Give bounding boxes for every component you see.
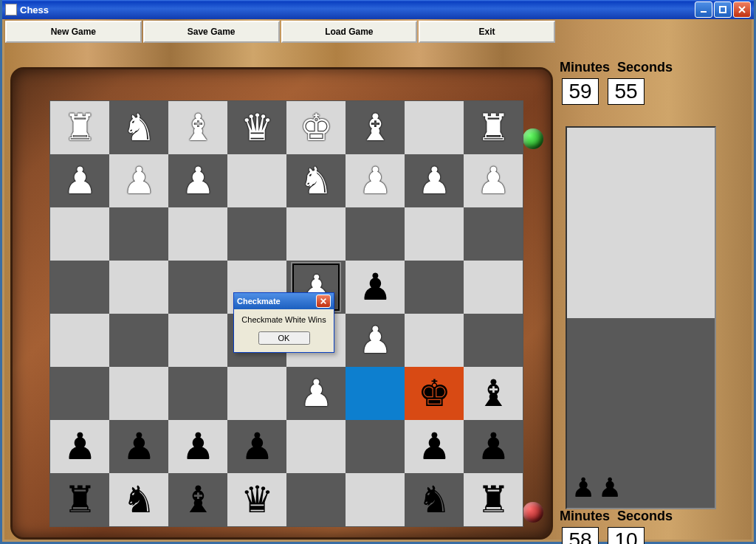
- square-a2[interactable]: ♟: [50, 420, 109, 473]
- square-b5[interactable]: [109, 261, 168, 314]
- square-g4[interactable]: [405, 314, 464, 367]
- square-g7[interactable]: ♟: [405, 154, 464, 207]
- close-button[interactable]: [733, 1, 751, 18]
- square-a8[interactable]: ♜: [50, 101, 109, 154]
- square-f6[interactable]: [346, 207, 405, 261]
- white-r-piece: ♜: [477, 109, 510, 146]
- black-seconds-label: Seconds: [617, 509, 673, 524]
- dialog-close-button[interactable]: [316, 295, 331, 308]
- maximize-button[interactable]: [714, 1, 732, 18]
- square-e3[interactable]: ♟: [286, 367, 346, 420]
- square-b1[interactable]: ♞: [109, 473, 168, 526]
- white-turn-led: [523, 128, 543, 149]
- exit-button[interactable]: Exit: [419, 21, 555, 43]
- captured-by-black: ♟♟: [567, 318, 715, 509]
- square-f7[interactable]: ♟: [346, 154, 405, 207]
- black-r-piece: ♜: [63, 481, 97, 518]
- square-g8[interactable]: [405, 101, 464, 154]
- dialog-message: Checkmate White Wins: [238, 315, 329, 324]
- save-game-button[interactable]: Save Game: [143, 21, 280, 43]
- square-h5[interactable]: [464, 261, 523, 314]
- black-r-piece: ♜: [477, 481, 510, 518]
- square-c3[interactable]: [168, 367, 227, 420]
- square-a1[interactable]: ♜: [50, 473, 109, 526]
- white-seconds-value: 55: [608, 78, 645, 105]
- minimize-button[interactable]: [695, 1, 712, 18]
- square-g3[interactable]: ♚: [405, 367, 464, 420]
- white-seconds-label: Seconds: [617, 60, 673, 75]
- square-c2[interactable]: ♟: [168, 420, 227, 473]
- dialog-titlebar[interactable]: Checkmate: [234, 293, 334, 309]
- square-c6[interactable]: [168, 207, 227, 261]
- square-b8[interactable]: ♞: [109, 101, 168, 154]
- client-area: New Game Save Game Load Game Exit Minute…: [4, 19, 752, 540]
- white-n-piece: ♞: [300, 162, 333, 199]
- black-b-piece: ♝: [182, 481, 215, 518]
- square-e7[interactable]: ♞: [286, 154, 346, 207]
- square-g6[interactable]: [405, 207, 464, 261]
- app-window: Chess New Game Save Game Load Game Exit …: [0, 0, 756, 544]
- white-p-piece: ♟: [418, 162, 451, 199]
- square-g2[interactable]: ♟: [405, 420, 464, 473]
- square-h7[interactable]: ♟: [464, 154, 523, 207]
- square-h4[interactable]: [464, 314, 523, 367]
- square-f5[interactable]: ♟: [346, 261, 405, 314]
- square-c7[interactable]: ♟: [168, 154, 227, 207]
- white-p-piece: ♟: [63, 162, 97, 199]
- square-d8[interactable]: ♛: [227, 101, 286, 154]
- square-a7[interactable]: ♟: [50, 154, 109, 207]
- white-minutes-label: Minutes: [560, 60, 610, 75]
- square-e6[interactable]: [286, 207, 346, 261]
- svg-rect-1: [720, 7, 726, 13]
- white-b-piece: ♝: [359, 109, 392, 146]
- square-h3[interactable]: ♝: [464, 367, 523, 420]
- white-p-piece: ♟: [359, 162, 392, 199]
- square-f4[interactable]: ♟: [346, 314, 405, 367]
- window-buttons: [695, 1, 751, 18]
- new-game-button[interactable]: New Game: [5, 21, 142, 43]
- square-c5[interactable]: [168, 261, 227, 314]
- square-c4[interactable]: [168, 314, 227, 367]
- square-e8[interactable]: ♚: [286, 101, 346, 154]
- square-d6[interactable]: [227, 207, 286, 261]
- black-seconds-value: 10: [608, 527, 645, 544]
- toolbar: New Game Save Game Load Game Exit: [5, 21, 555, 43]
- black-p-piece: ♟: [123, 428, 156, 465]
- titlebar[interactable]: Chess: [2, 0, 754, 19]
- black-p-piece: ♟: [63, 428, 97, 465]
- square-b6[interactable]: [109, 207, 168, 261]
- square-g1[interactable]: ♞: [405, 473, 464, 526]
- square-b4[interactable]: [109, 314, 168, 367]
- square-h2[interactable]: ♟: [464, 420, 523, 473]
- square-g5[interactable]: [405, 261, 464, 314]
- square-c1[interactable]: ♝: [168, 473, 227, 526]
- square-a4[interactable]: [50, 314, 109, 367]
- square-f3[interactable]: [346, 367, 405, 420]
- load-game-button[interactable]: Load Game: [281, 21, 418, 43]
- square-d3[interactable]: [227, 367, 286, 420]
- square-d7[interactable]: [227, 154, 286, 207]
- square-h1[interactable]: ♜: [464, 473, 523, 526]
- square-h8[interactable]: ♜: [464, 101, 523, 154]
- square-d2[interactable]: ♟: [227, 420, 286, 473]
- black-p-piece: ♟: [418, 428, 451, 465]
- captured-black-p-icon: ♟: [598, 472, 622, 503]
- square-f2[interactable]: [346, 420, 405, 473]
- captured-by-white: [567, 128, 715, 318]
- square-d1[interactable]: ♛: [227, 473, 286, 526]
- square-e1[interactable]: [286, 473, 346, 526]
- square-b2[interactable]: ♟: [109, 420, 168, 473]
- square-h6[interactable]: [464, 207, 523, 261]
- square-b3[interactable]: [109, 367, 168, 420]
- square-a5[interactable]: [50, 261, 109, 314]
- square-f8[interactable]: ♝: [346, 101, 405, 154]
- square-e2[interactable]: [286, 420, 346, 473]
- square-a3[interactable]: [50, 367, 109, 420]
- square-b7[interactable]: ♟: [109, 154, 168, 207]
- dialog-ok-button[interactable]: OK: [258, 331, 310, 345]
- black-b-piece: ♝: [477, 375, 510, 412]
- square-f1[interactable]: [346, 473, 405, 526]
- square-c8[interactable]: ♝: [168, 101, 227, 154]
- window-title: Chess: [20, 4, 695, 16]
- square-a6[interactable]: [50, 207, 109, 261]
